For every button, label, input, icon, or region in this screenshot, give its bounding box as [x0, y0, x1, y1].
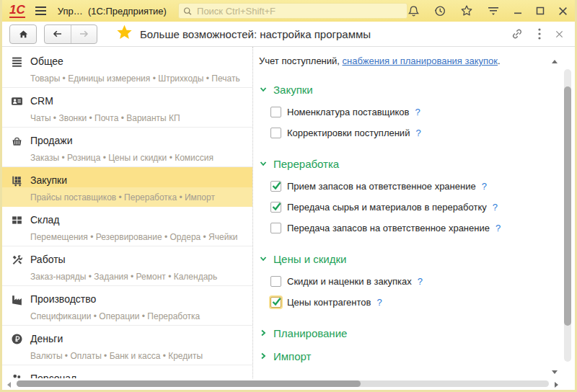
- ruble-coin-icon: [11, 333, 23, 345]
- list-icon: [11, 55, 23, 68]
- sidebar-item-raboty[interactable]: Работы Заказ-наряды • Задания • Ремонт •…: [2, 246, 252, 286]
- section-header[interactable]: Импорт: [259, 349, 543, 362]
- search-input[interactable]: [195, 5, 402, 17]
- checkbox-row[interactable]: Номенклатура поставщиков ?: [270, 105, 543, 119]
- sidebar-item-prodazhi[interactable]: Продажи Заказы • Розница • Цены и скидки…: [2, 128, 252, 167]
- section-pererabotka: Переработка Прием запасов на ответственн…: [259, 147, 543, 235]
- checkbox[interactable]: [270, 107, 281, 117]
- sidebar-item-links[interactable]: Чаты • Звонки • Почта • Варианты КП: [30, 113, 252, 123]
- help-icon[interactable]: ?: [495, 223, 501, 233]
- forward-button[interactable]: [71, 25, 97, 43]
- section-header[interactable]: Цены и скидки: [259, 252, 543, 265]
- horizontal-scrollbar-thumb[interactable]: [17, 380, 361, 387]
- checkbox-label: Цены контрагентов: [287, 297, 371, 308]
- sidebar-item-label: Работы: [30, 254, 66, 265]
- checkbox-label: Скидки и наценки в закупках: [287, 276, 412, 287]
- section-import: Импорт: [259, 339, 543, 362]
- sidebar-item-zakupki[interactable]: Закупки Прайсы поставщиков • Переработка…: [2, 167, 252, 207]
- favorite-star-icon[interactable]: [116, 24, 133, 43]
- checkbox-row[interactable]: Прием запасов на ответственное хранение …: [270, 179, 543, 193]
- checkbox[interactable]: [270, 128, 281, 138]
- section-header[interactable]: Переработка: [259, 157, 543, 170]
- checkbox[interactable]: [270, 223, 281, 233]
- checkbox[interactable]: [270, 202, 281, 213]
- favorites-star-icon[interactable]: [460, 4, 473, 17]
- scroll-up-arrow[interactable]: [552, 60, 558, 63]
- checkbox-label: Номенклатура поставщиков: [287, 107, 410, 117]
- section-tseny-i-skidki: Цены и скидки Скидки и наценки в закупка…: [259, 242, 543, 309]
- checkbox[interactable]: [270, 181, 281, 192]
- more-menu-icon[interactable]: [538, 28, 541, 40]
- sidebar-item-proizvodstvo[interactable]: Производство Спецификации • Операции • П…: [2, 286, 252, 326]
- tools-icon: [11, 254, 23, 266]
- scroll-right-arrow[interactable]: [555, 382, 558, 388]
- cart-icon: [11, 174, 23, 187]
- service-menu-icon[interactable]: [487, 5, 500, 17]
- back-button[interactable]: [45, 25, 71, 43]
- help-icon[interactable]: ?: [415, 128, 420, 138]
- checkbox-focused[interactable]: [270, 297, 281, 308]
- checkbox-label: Прием запасов на ответственное хранение: [287, 181, 476, 192]
- checkbox-label: Корректировки поступлений: [287, 128, 410, 138]
- title-bar: 1С Упр… (1С:Предприятие): [2, 0, 575, 22]
- sidebar-item-links[interactable]: Валюты • Оплаты • Банк и касса • Кредиты: [30, 351, 252, 361]
- help-icon[interactable]: ?: [482, 181, 487, 192]
- sidebar-item-crm[interactable]: CRM Чаты • Звонки • Почта • Варианты КП: [2, 88, 252, 128]
- sidebar-item-links[interactable]: Перемещения • Резервирование • Ордера • …: [30, 232, 252, 242]
- factory-icon: [11, 293, 23, 306]
- scroll-left-arrow[interactable]: [7, 382, 11, 388]
- settings-sidebar: Общее Товары • Единицы измерения • Штрих…: [2, 47, 253, 390]
- horizontal-scrollbar: [2, 378, 575, 390]
- maximize-icon[interactable]: [536, 6, 545, 15]
- sidebar-item-sklad[interactable]: Склад Перемещения • Резервирование • Орд…: [2, 207, 252, 246]
- checkbox-row[interactable]: Корректировки поступлений ?: [270, 126, 543, 140]
- checkbox-row[interactable]: Передача сырья и материалов в переработк…: [270, 200, 543, 214]
- checkbox-row[interactable]: Передача запасов на ответственное хранен…: [270, 221, 543, 235]
- chevron-right-icon: [259, 352, 268, 360]
- sidebar-item-links[interactable]: Заказ-наряды • Задания • Ремонт • Календ…: [30, 272, 252, 282]
- sidebar-item-links[interactable]: Спецификации • Операции • Переработка: [30, 311, 252, 321]
- notifications-bell-icon[interactable]: [408, 5, 420, 17]
- history-icon[interactable]: [433, 4, 446, 17]
- help-icon[interactable]: ?: [493, 202, 498, 213]
- help-icon[interactable]: ?: [415, 107, 420, 117]
- checkbox-label: Передача запасов на ответственное хранен…: [287, 223, 490, 233]
- section-header[interactable]: Закупки: [259, 83, 543, 96]
- close-form-icon[interactable]: [555, 30, 563, 38]
- sidebar-item-links[interactable]: Товары • Единицы измерения • Штрихкоды •…: [30, 74, 252, 84]
- intro-link[interactable]: снабжения и планирования закупок: [343, 55, 498, 66]
- checkbox-row[interactable]: Цены контрагентов ?: [270, 295, 543, 309]
- help-icon[interactable]: ?: [418, 276, 423, 287]
- sidebar-item-links[interactable]: Прайсы поставщиков • Переработка • Импор…: [30, 192, 252, 202]
- back-arrow-icon: [52, 30, 63, 38]
- chevron-right-icon: [259, 329, 268, 337]
- section-planirovanie: Планирование: [259, 316, 543, 339]
- section-header[interactable]: Планирование: [259, 326, 543, 339]
- sidebar-item-dengi[interactable]: Деньги Валюты • Оплаты • Банк и касса • …: [2, 326, 252, 365]
- home-button[interactable]: [9, 24, 37, 44]
- scroll-down-arrow[interactable]: [552, 370, 558, 374]
- sidebar-item-links[interactable]: Заказы • Розница • Цены и скидки • Комис…: [30, 153, 252, 163]
- contact-card-icon: [11, 95, 23, 107]
- checkbox-row[interactable]: Скидки и наценки в закупках ?: [270, 275, 543, 288]
- close-window-icon[interactable]: [558, 6, 568, 16]
- minimize-icon[interactable]: [514, 6, 522, 15]
- help-icon[interactable]: ?: [376, 297, 382, 308]
- global-search[interactable]: [178, 3, 408, 19]
- main-menu-icon[interactable]: [35, 6, 46, 15]
- history-nav-buttons: [44, 24, 97, 44]
- get-link-icon[interactable]: [511, 27, 524, 40]
- vertical-scrollbar-thumb[interactable]: [564, 86, 571, 326]
- checkbox-label: Передача сырья и материалов в переработк…: [287, 202, 487, 213]
- forward-arrow-icon: [78, 30, 89, 38]
- checkbox[interactable]: [270, 276, 281, 287]
- home-icon: [18, 29, 29, 39]
- sidebar-item-obshchee[interactable]: Общее Товары • Единицы измерения • Штрих…: [2, 48, 252, 88]
- search-icon: [183, 6, 192, 16]
- app-window: 1С Упр… (1С:Предприятие): [0, 0, 577, 392]
- section-zakupki: Закупки Номенклатура поставщиков ? Корре…: [259, 73, 543, 140]
- sidebar-item-label: Производство: [30, 293, 96, 305]
- sidebar-item-label: Общее: [30, 55, 63, 67]
- sidebar-item-label: Деньги: [30, 333, 63, 344]
- intro-text: Учет поступлений, снабжения и планирован…: [259, 55, 543, 68]
